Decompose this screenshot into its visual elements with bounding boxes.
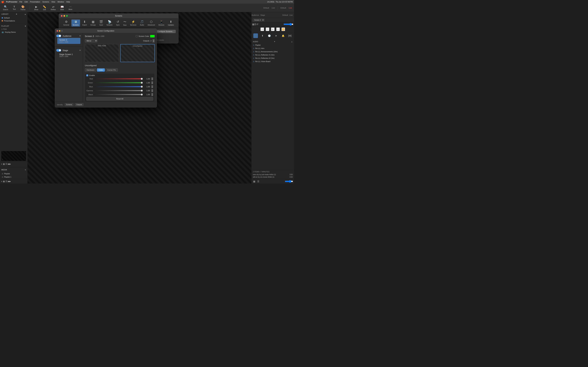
audio-item-relll-reflection2[interactable]: ♫ Re-LLL Reflection #2 (5m) bbox=[251, 57, 294, 60]
audio-item-relll-announcements[interactable]: ♫ Re-LLL Announcements (10m) bbox=[251, 50, 294, 53]
screen-color-swatch[interactable] bbox=[150, 35, 155, 38]
enable-checkbox[interactable] bbox=[86, 74, 88, 76]
red-increment-btn[interactable]: ▲ bbox=[151, 77, 153, 79]
screens-tab-devices[interactable]: 📱 Devices bbox=[157, 19, 166, 26]
stage-add-btn[interactable]: + bbox=[79, 49, 81, 52]
mirror-select[interactable]: Mirror bbox=[85, 39, 97, 42]
right-zoom-slider[interactable] bbox=[284, 23, 293, 25]
menu-file[interactable]: File bbox=[19, 1, 22, 3]
audio-item-relll-intro[interactable]: ♫ Re-LLL Intro bbox=[251, 47, 294, 50]
grid-view-bottom-btn[interactable]: ▦ bbox=[252, 180, 256, 183]
toolbar-bible[interactable]: 📖 Bible bbox=[59, 5, 65, 11]
audience-btn[interactable]: Default bbox=[263, 7, 269, 9]
grid-view-btn[interactable]: ▦ bbox=[3, 163, 5, 165]
screen-color-checkbox[interactable] bbox=[136, 35, 138, 37]
red-slider[interactable] bbox=[94, 78, 143, 79]
minimize-window-btn[interactable] bbox=[63, 15, 65, 17]
black-increment-btn[interactable]: ▲ bbox=[151, 93, 153, 94]
alert-tab-btn[interactable]: 🔔 bbox=[281, 33, 285, 38]
audience-add-btn[interactable]: + bbox=[79, 34, 81, 37]
screens-tab-advanced[interactable]: ⬡ Advanced bbox=[146, 19, 156, 26]
identify-screens-btn[interactable]: Screens bbox=[65, 103, 74, 106]
screen-selector-dropdown[interactable]: Screen 3 bbox=[253, 19, 264, 21]
gamma-decrement-btn[interactable]: ▼ bbox=[151, 91, 153, 92]
bottom-grid-btn[interactable]: ▦ bbox=[3, 180, 5, 183]
hardware-tab[interactable]: Hardware bbox=[85, 68, 96, 72]
bottom-list-btn[interactable]: ☰ bbox=[5, 180, 7, 183]
screens-tab-audio[interactable]: 🎵 Audio bbox=[139, 19, 146, 26]
screens-tab-groups[interactable]: ▦ Groups bbox=[89, 19, 97, 26]
audio-add-btn[interactable]: + bbox=[274, 41, 275, 43]
right-grid-view-btn[interactable]: ▦ bbox=[252, 23, 254, 25]
stage-screen1-list-item[interactable]: Stage Screen 1 1920 x 1080 bbox=[57, 52, 80, 58]
audio-tab-btn[interactable]: 🎵 bbox=[253, 33, 258, 38]
toolbar-edit[interactable]: ✏️ Edit bbox=[42, 5, 47, 11]
library-item-default[interactable]: Default bbox=[0, 17, 27, 19]
black-decrement-btn[interactable]: ▼ bbox=[151, 94, 153, 96]
toolbar-search[interactable]: 🔍 Search bbox=[2, 5, 9, 11]
upload-tab-btn[interactable]: ⬆ bbox=[260, 33, 265, 38]
right-live-btn[interactable]: Live bbox=[289, 14, 293, 16]
pause-btn[interactable]: ⏸ bbox=[266, 27, 269, 31]
forward-btn[interactable]: ▶▶ bbox=[8, 163, 11, 165]
default-btn[interactable]: Default bbox=[280, 7, 286, 9]
menu-presentation[interactable]: Presentation bbox=[30, 1, 40, 3]
slide-thumbnail[interactable]: 1 bbox=[1, 151, 26, 161]
green-slider[interactable] bbox=[94, 82, 143, 83]
toolbar-theme[interactable]: 🎨 Theme bbox=[19, 5, 26, 11]
audio-item-relll-reflection1[interactable]: ♫ Re-LLL Reflection #1 (5m) bbox=[251, 53, 294, 57]
dialog-minimize-btn[interactable] bbox=[59, 30, 60, 32]
right-default-btn[interactable]: Default bbox=[282, 14, 288, 16]
corner-pin-tab[interactable]: Corner Pin bbox=[105, 68, 118, 72]
green-increment-btn[interactable]: ▲ bbox=[151, 81, 153, 83]
media-item-playlist[interactable]: ♫ Playlist bbox=[0, 172, 27, 175]
output-bmd-hdmi[interactable]: BMD HDMI bbox=[85, 44, 119, 62]
output-unconfigured[interactable]: Unconfigured bbox=[120, 44, 155, 62]
right-loop-btn[interactable]: ↺ bbox=[256, 23, 258, 25]
bottom-zoom-slider[interactable] bbox=[285, 180, 293, 183]
stage-toggle[interactable] bbox=[56, 49, 61, 52]
live-btn[interactable]: Live bbox=[289, 7, 292, 9]
add-slide-btn[interactable]: + bbox=[1, 163, 2, 165]
media-add-icon[interactable]: + bbox=[25, 168, 26, 171]
toolbar-reflow[interactable]: ⇄ Reflow bbox=[50, 5, 57, 11]
library-item-presentations[interactable]: Presentations bbox=[0, 19, 27, 22]
fast-forward-btn[interactable]: ⏭ bbox=[276, 27, 280, 31]
audio-song2-row[interactable]: still-on by ziv-moran Artlist (1) 3:32 bbox=[253, 176, 293, 178]
screens-tab-updates[interactable]: ⬆ Updates bbox=[166, 19, 175, 26]
screens-tab-services[interactable]: ⚡ Services bbox=[129, 19, 138, 26]
configure-screens-btn[interactable]: Configure Screens... bbox=[156, 30, 176, 33]
screens-tab-import[interactable]: ⬇ Import bbox=[81, 19, 88, 26]
blue-slider[interactable] bbox=[94, 86, 143, 87]
bottom-forward-btn[interactable]: ▶▶ bbox=[8, 180, 11, 183]
menu-window[interactable]: Window bbox=[58, 1, 64, 3]
play-btn[interactable]: ▶ bbox=[271, 27, 275, 31]
shuffle-btn[interactable]: 🔀 bbox=[281, 27, 285, 31]
screens-tab-input[interactable]: 🎬 Input bbox=[98, 19, 104, 26]
list-view-btn[interactable]: ☰ bbox=[5, 163, 7, 165]
apple-menu[interactable]: 🍎 bbox=[1, 0, 4, 3]
media-item-playlist1[interactable]: ♫ Playlist 1 bbox=[0, 175, 27, 179]
screens-tab-general[interactable]: ⚙ General bbox=[62, 19, 70, 26]
screens-tab-resi[interactable]: 〜 Resi bbox=[122, 19, 128, 27]
menu-screens[interactable]: Screens bbox=[43, 1, 49, 3]
menu-help[interactable]: Help bbox=[66, 1, 70, 3]
toolbar-show[interactable]: ▶ Show bbox=[33, 5, 39, 11]
clock-tab-btn[interactable]: 🕐 bbox=[267, 33, 272, 38]
playlist-item-keying-demo[interactable]: 📺 Keying Demo bbox=[0, 31, 27, 33]
outputs-decrement-btn[interactable]: ▼ bbox=[152, 41, 155, 42]
send-tab-btn[interactable]: ➤ bbox=[274, 33, 278, 38]
macro-tab-btn[interactable]: [M] bbox=[288, 33, 292, 38]
library-collapse-icon[interactable]: ▲ bbox=[25, 13, 26, 15]
color-tab[interactable]: Color bbox=[97, 68, 105, 72]
black-slider[interactable] bbox=[94, 94, 143, 95]
audio-item-relll-vision[interactable]: ♫ Re-LLL Vision Board bbox=[251, 60, 294, 63]
stage-btn[interactable]: Live bbox=[272, 7, 275, 9]
screens-tab-network[interactable]: 📡 Network bbox=[105, 19, 114, 26]
close-window-btn[interactable] bbox=[61, 15, 62, 17]
right-list-view-btn[interactable]: ☰ bbox=[254, 23, 256, 25]
toolbar-more[interactable]: ··· More bbox=[68, 5, 73, 11]
playlist-add-icon[interactable]: + bbox=[25, 25, 26, 27]
outputs-increment-btn[interactable]: ▲ bbox=[152, 39, 155, 41]
gamma-increment-btn[interactable]: ▲ bbox=[151, 89, 153, 91]
